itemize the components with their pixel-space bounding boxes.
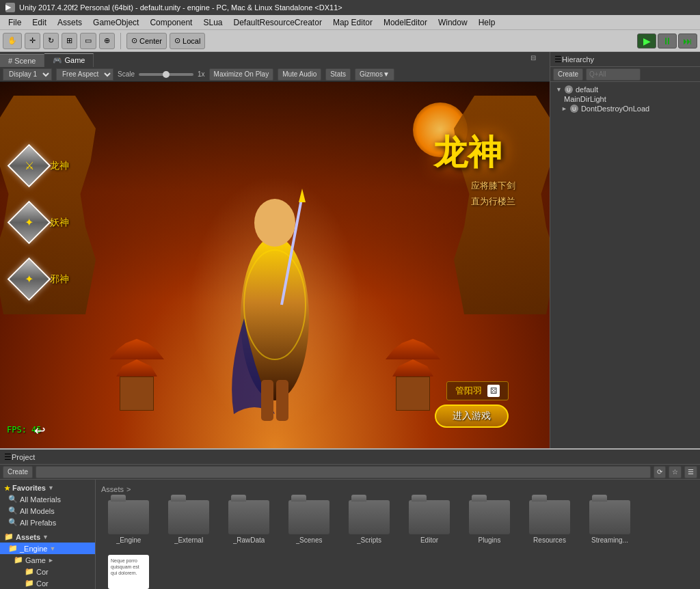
scale-tool-btn[interactable]: ⊞ bbox=[62, 33, 77, 49]
hierarchy-item-default[interactable]: ▼ U default bbox=[550, 85, 700, 94]
breadcrumb-separator: > bbox=[126, 485, 131, 493]
json-icon: Neque porro quisquam est qui dolorem. bbox=[108, 555, 149, 589]
back-arrow-btn[interactable]: ↩ bbox=[34, 422, 46, 439]
step-button[interactable]: ⏭ bbox=[678, 33, 697, 49]
asset-plugins[interactable]: Plugins bbox=[462, 497, 517, 547]
maximize-scene-btn[interactable]: ⊟ bbox=[530, 54, 536, 61]
sidebar-all-prefabs[interactable]: 🔍 All Prefabs bbox=[0, 517, 95, 528]
asset-editor[interactable]: Editor bbox=[402, 497, 457, 547]
svg-rect-6 bbox=[276, 380, 288, 421]
local-button[interactable]: ⊙ Local bbox=[170, 33, 205, 49]
editor-area: # Scene 🎮 Game ⊟ Display 1 Free Aspect bbox=[0, 52, 700, 448]
hierarchy-item-dontdestroy[interactable]: ► U DontDestroyOnLoad bbox=[550, 104, 700, 113]
project-icon-btn-1[interactable]: ⟳ bbox=[654, 466, 666, 478]
hierarchy-search-input[interactable] bbox=[586, 68, 641, 81]
assets-grid-area: Assets > _Engine _External bbox=[96, 480, 700, 589]
hierarchy-toolbar: Create bbox=[550, 67, 700, 82]
enter-game-button[interactable]: 进入游戏 bbox=[435, 405, 509, 428]
project-search-input[interactable] bbox=[36, 466, 651, 478]
dice-icon[interactable]: ⚄ bbox=[487, 385, 500, 397]
sidebar-game[interactable]: 📁 Game ► bbox=[0, 554, 95, 566]
menu-item-yaoshen[interactable]: ✦ 妖神 bbox=[14, 207, 69, 238]
unity-logo: ▶ bbox=[5, 3, 15, 12]
svg-rect-5 bbox=[261, 380, 273, 421]
project-icon-btn-2[interactable]: ☆ bbox=[669, 466, 682, 478]
tab-game[interactable]: 🎮 Game bbox=[44, 53, 94, 67]
asset-scripts[interactable]: _Scripts bbox=[342, 497, 396, 547]
menu-defaultresourcecreator[interactable]: DefaultResourceCreator bbox=[228, 16, 327, 29]
asset-streaming[interactable]: Streaming... bbox=[582, 497, 637, 547]
menu-modeleditor[interactable]: ModelEditor bbox=[378, 16, 433, 29]
project-create-btn[interactable]: Create bbox=[3, 466, 33, 478]
sidebar-all-materials[interactable]: 🔍 All Materials bbox=[0, 493, 95, 505]
project-sidebar: ★ Favorites ▼ 🔍 All Materials 🔍 All Mode… bbox=[0, 480, 96, 589]
aspect-select[interactable]: Free Aspect bbox=[56, 68, 113, 81]
all-models-label: All Models bbox=[20, 507, 55, 515]
menu-mapeditor[interactable]: Map Editor bbox=[327, 16, 378, 29]
pause-button[interactable]: ⏸ bbox=[658, 33, 677, 49]
search-icon-models: 🔍 bbox=[8, 506, 18, 515]
hierarchy-content: ▼ U default MainDirLight ► U DontDestroy… bbox=[550, 82, 700, 448]
play-button[interactable]: ▶ bbox=[637, 33, 656, 49]
menu-edit[interactable]: Edit bbox=[27, 16, 52, 29]
asset-scenes[interactable]: _Scenes bbox=[282, 497, 336, 547]
hierarchy-item-maindirlight[interactable]: MainDirLight bbox=[550, 94, 700, 104]
local-label: Local bbox=[183, 37, 200, 45]
maximize-on-play-btn[interactable]: Maximize On Play bbox=[209, 68, 274, 81]
project-icon: ☰ bbox=[4, 452, 12, 462]
asset-plugins-label: Plugins bbox=[479, 536, 501, 544]
rotate-tool-btn[interactable]: ↻ bbox=[43, 33, 59, 49]
breadcrumb-assets[interactable]: Assets bbox=[101, 485, 124, 493]
folder-icon-engine-asset bbox=[108, 500, 149, 534]
rect-tool-btn[interactable]: ▭ bbox=[80, 33, 96, 49]
mute-audio-btn[interactable]: Mute Audio bbox=[278, 68, 321, 81]
asset-json[interactable]: Neque porro quisquam est qui dolorem. js… bbox=[101, 552, 156, 589]
pavilion-left-body bbox=[120, 376, 154, 411]
folder-icon-external bbox=[168, 500, 209, 534]
all-materials-label: All Materials bbox=[20, 495, 61, 504]
transform-tool-btn[interactable]: ⊕ bbox=[99, 33, 115, 49]
stats-btn[interactable]: Stats bbox=[325, 68, 351, 81]
scene-toolbar: Display 1 Free Aspect Scale 1x Maximize … bbox=[0, 67, 550, 82]
move-tool-btn[interactable]: ✛ bbox=[25, 33, 40, 49]
asset-engine[interactable]: _Engine bbox=[101, 497, 156, 547]
folder-icon-streaming bbox=[589, 500, 630, 534]
asset-resources[interactable]: Resources bbox=[522, 497, 577, 547]
asset-streaming-label: Streaming... bbox=[591, 536, 628, 544]
project-title: Project bbox=[12, 453, 35, 461]
center-label: Center bbox=[139, 37, 162, 45]
menu-item-longshen[interactable]: ⚔ 龙神 bbox=[14, 150, 69, 181]
scale-slider[interactable] bbox=[139, 73, 193, 76]
menu-item-xieshen[interactable]: ✦ 邪神 bbox=[14, 264, 69, 294]
hierarchy-create-btn[interactable]: Create bbox=[553, 68, 583, 81]
menu-component[interactable]: Component bbox=[144, 16, 198, 29]
menu-help[interactable]: Help bbox=[473, 16, 501, 29]
game-folder-label: Game bbox=[25, 556, 46, 564]
folder-icon-engine: 📁 bbox=[8, 544, 18, 553]
gizmos-btn[interactable]: Gizmos ▼ bbox=[355, 68, 394, 81]
sidebar-cor2[interactable]: 📁 Cor bbox=[0, 577, 95, 589]
sidebar-engine[interactable]: 📁 _Engine ▼ bbox=[0, 543, 95, 554]
menu-gameobject[interactable]: GameObject bbox=[88, 16, 144, 29]
asset-scenes-label: _Scenes bbox=[296, 536, 323, 544]
hierarchy-label-maindirlight: MainDirLight bbox=[564, 95, 606, 103]
sidebar-favorites-header[interactable]: ★ Favorites ▼ bbox=[0, 482, 95, 493]
asset-external[interactable]: _External bbox=[161, 497, 216, 547]
sidebar-all-models[interactable]: 🔍 All Models bbox=[0, 505, 95, 517]
sidebar-assets-header[interactable]: 📁 Assets ▼ bbox=[0, 531, 95, 543]
center-button[interactable]: ⊙ Center bbox=[126, 33, 167, 49]
menu-assets[interactable]: Assets bbox=[52, 16, 88, 29]
menu-slua[interactable]: SLua bbox=[198, 16, 228, 29]
menu-file[interactable]: File bbox=[3, 16, 27, 29]
bottom-panel: ☰ Project Create ⟳ ☆ ☰ ★ Favorites ▼ bbox=[0, 448, 700, 589]
display-select[interactable]: Display 1 bbox=[3, 68, 52, 81]
menu-window[interactable]: Window bbox=[433, 16, 473, 29]
sidebar-cor1[interactable]: 📁 Cor bbox=[0, 566, 95, 577]
unity-icon-dontdestroy: U bbox=[570, 105, 578, 113]
project-icon-btn-3[interactable]: ☰ bbox=[684, 466, 697, 478]
tab-scene[interactable]: # Scene bbox=[0, 54, 44, 67]
center-icon: ⊙ bbox=[131, 36, 137, 45]
hierarchy-title: Hierarchy bbox=[562, 55, 594, 64]
hand-tool-btn[interactable]: ✋ bbox=[3, 33, 22, 49]
asset-rawdata[interactable]: _RawData bbox=[221, 497, 276, 547]
